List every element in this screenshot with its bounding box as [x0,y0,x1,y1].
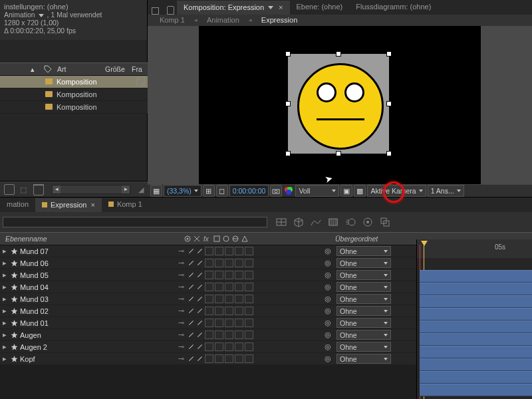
project-item[interactable]: Komposition [0,76,148,88]
quality-icon[interactable] [196,355,203,362]
twirl-icon[interactable]: ▸ [1,247,8,255]
parent-dropdown[interactable]: Ohne [336,342,391,352]
handle-icon[interactable] [285,101,291,106]
shy-icon[interactable]: ⊸ [178,354,186,363]
handle-icon[interactable] [336,51,341,57]
tab-composition[interactable]: Komposition: Expression × [177,1,290,15]
transparency-grid-icon[interactable]: ▩ [354,185,366,197]
overlap-icon[interactable] [379,216,391,228]
chevron-down-icon[interactable] [194,190,198,192]
zoom-field[interactable]: (33,3%) [164,185,201,197]
project-scrollbar[interactable]: ◂ ▸ [52,185,130,194]
switch-cell[interactable] [235,342,243,351]
switch-cell[interactable] [215,271,223,279]
switch-cell[interactable] [205,307,213,315]
switch-cell[interactable] [245,331,253,339]
chevron-down-icon[interactable] [457,190,461,192]
switch-cell[interactable] [245,271,253,279]
switch-cell[interactable] [215,307,223,315]
roi-icon[interactable]: ▣ [340,185,352,197]
layer-duration-bar[interactable] [420,295,532,308]
pickwhip-icon[interactable]: ◎ [322,295,334,303]
layer-selection-box[interactable] [288,54,389,154]
motion-blur-icon[interactable] [344,216,356,228]
handle-icon[interactable] [285,51,291,57]
switch-cell[interactable] [205,283,213,291]
quality-icon[interactable] [196,343,203,350]
brain-icon[interactable] [362,216,374,228]
quality-icon[interactable] [188,247,195,255]
twirl-icon[interactable]: ▸ [1,354,8,363]
switch-cell[interactable] [235,259,243,267]
safe-zone-icon[interactable]: ⊞ [203,185,215,197]
switch-cell[interactable] [235,319,243,327]
layer-duration-bar[interactable] [420,333,532,346]
chevron-down-icon[interactable] [384,250,388,253]
parent-dropdown[interactable]: Ohne [336,330,391,340]
scroll-left-icon[interactable]: ◂ [53,186,61,194]
trash-icon[interactable] [33,184,44,196]
quality-icon[interactable] [188,295,195,303]
chevron-down-icon[interactable] [384,358,388,360]
resize-icon[interactable]: ◢ [138,186,144,194]
switch-cell[interactable] [225,307,233,315]
twirl-icon[interactable]: ▸ [1,331,8,339]
shy-icon[interactable]: ⊸ [178,271,186,279]
switch-cell[interactable] [245,354,253,363]
parent-dropdown[interactable]: Ohne [336,246,391,256]
pickwhip-icon[interactable]: ◎ [322,307,334,315]
3d-icon[interactable] [293,216,305,228]
switch-cell[interactable] [205,259,213,267]
parent-dropdown[interactable]: Ohne [336,258,391,268]
panel-square-icon[interactable] [152,7,159,15]
switch-cell[interactable] [235,295,243,303]
quality-icon[interactable] [188,271,195,279]
pickwhip-icon[interactable]: ◎ [322,271,334,279]
switch-cell[interactable] [245,307,253,315]
mask-icon[interactable]: ◻ [216,185,228,197]
switch-cell[interactable] [215,342,223,351]
layer-duration-bar[interactable] [420,283,532,295]
quality-icon[interactable] [188,259,195,267]
pickwhip-icon[interactable]: ◎ [322,331,334,339]
switch-cell[interactable] [215,247,223,255]
switch-cell[interactable] [245,342,253,351]
shy-icon[interactable]: ⊸ [178,319,186,327]
quality-icon[interactable] [196,283,203,291]
chevron-down-icon[interactable] [384,322,388,325]
parent-dropdown[interactable]: Ohne [336,294,391,304]
chevron-down-icon[interactable] [384,262,388,265]
tab-layer[interactable]: Ebene: (ohne) [290,0,350,15]
graph-icon[interactable] [310,216,322,228]
pickwhip-icon[interactable]: ◎ [322,283,334,291]
chevron-down-icon[interactable] [332,190,336,192]
shy-icon[interactable]: ⊸ [178,247,186,255]
switch-cell[interactable] [225,319,233,327]
tab-flowchart[interactable]: Flussdiagramm: (ohne) [349,0,438,15]
lock-icon[interactable] [167,6,174,15]
bpc-label[interactable]: ⬚ [20,186,27,194]
switch-cell[interactable] [235,271,243,279]
shy-icon[interactable]: ⊸ [178,331,186,339]
switch-cell[interactable] [245,295,253,303]
quality-icon[interactable] [188,319,195,327]
handle-icon[interactable] [336,151,341,156]
col-fr[interactable]: Fra [132,65,142,73]
switch-cell[interactable] [245,319,253,327]
quality-icon[interactable] [188,355,195,362]
pickwhip-icon[interactable]: ◎ [322,354,334,363]
switch-cell[interactable] [205,331,213,339]
quality-icon[interactable] [188,343,195,350]
sort-up-icon[interactable]: ▴ [31,65,35,73]
switch-cell[interactable] [245,283,253,291]
shy-icon[interactable]: ⊸ [178,259,186,267]
handle-icon[interactable] [285,151,291,156]
crumb[interactable]: Animation [207,16,239,24]
switch-cell[interactable] [245,247,253,255]
layer-duration-bar[interactable] [420,308,532,321]
parent-dropdown[interactable]: Ohne [336,318,391,328]
snapshot-icon[interactable] [270,185,282,197]
chevron-down-icon[interactable] [384,274,388,277]
switch-cell[interactable] [225,331,233,339]
twirl-icon[interactable]: ▸ [1,319,8,327]
